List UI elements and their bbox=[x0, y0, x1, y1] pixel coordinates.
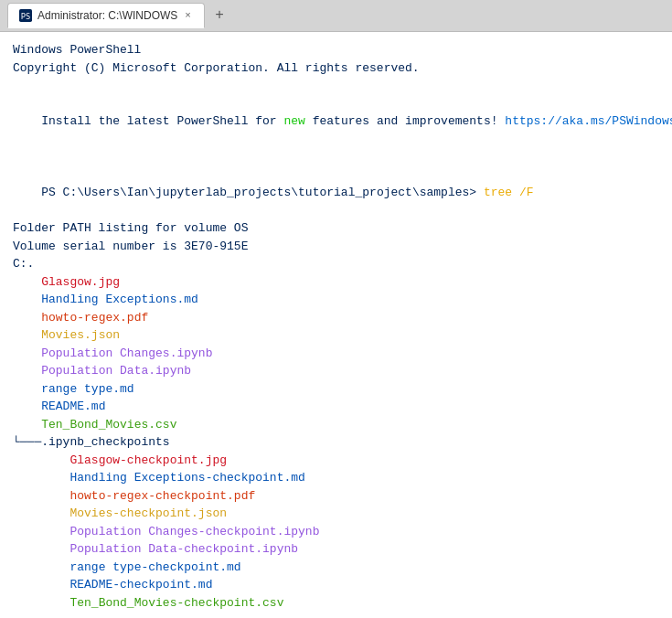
tree-file: Population Changes.ipynb bbox=[13, 345, 659, 363]
tree-file: Glasgow.jpg bbox=[13, 273, 659, 292]
tab-title: Administrator: C:\WINDOWS bbox=[37, 9, 177, 22]
link-text[interactable]: https://aka.ms/PSWindows bbox=[505, 114, 672, 128]
tree-checkpoint-file: Population Data-checkpoint.ipynb bbox=[13, 540, 659, 559]
blank-line1 bbox=[13, 148, 659, 166]
tree-checkpoints-section: └───.ipynb_checkpoints Glasgow-checkpoin… bbox=[13, 433, 659, 612]
output-line3: C:. bbox=[13, 255, 659, 273]
new-text: new bbox=[283, 114, 304, 128]
output-line1: Folder PATH listing for volume OS bbox=[13, 219, 659, 238]
improvements-text: improvements! bbox=[398, 114, 505, 128]
output-line2: Volume serial number is 3E70-915E bbox=[13, 238, 659, 256]
header-line3 bbox=[13, 77, 659, 95]
tree-checkpoint-file: README-checkpoint.md bbox=[13, 576, 659, 594]
blank-line2 bbox=[13, 612, 659, 618]
header-line4: Install the latest PowerShell for new fe… bbox=[13, 95, 659, 149]
tab[interactable]: PS Administrator: C:\WINDOWS × bbox=[7, 3, 205, 28]
tree-checkpoint-file: Glasgow-checkpoint.jpg bbox=[13, 452, 659, 470]
terminal: Windows PowerShell Copyright (C) Microso… bbox=[0, 32, 672, 618]
tree-checkpoint-file: Movies-checkpoint.json bbox=[13, 505, 659, 523]
and-text: and bbox=[377, 114, 398, 128]
new-tab-button[interactable]: + bbox=[207, 3, 232, 28]
tree-file: Ten_Bond_Movies.csv bbox=[13, 416, 659, 434]
header-line2: Copyright (C) Microsoft Corporation. All… bbox=[13, 59, 659, 78]
cmd1-text: tree /F bbox=[484, 186, 534, 199]
checkpoint-folder: └───.ipynb_checkpoints bbox=[13, 433, 659, 452]
tree-file: range type.md bbox=[13, 380, 659, 399]
tree-file: Movies.json bbox=[13, 326, 659, 345]
close-button[interactable]: × bbox=[183, 10, 193, 21]
tree-file: README.md bbox=[13, 398, 659, 416]
tree-checkpoint-file: Handling Exceptions-checkpoint.md bbox=[13, 469, 659, 487]
svg-text:PS: PS bbox=[21, 12, 31, 21]
tree-file: Population Data.ipynb bbox=[13, 362, 659, 380]
header-line1: Windows PowerShell bbox=[13, 41, 659, 59]
install-text: Install the latest PowerShell for bbox=[41, 114, 283, 128]
tree-checkpoint-file: Ten_Bond_Movies-checkpoint.csv bbox=[13, 594, 659, 613]
powershell-icon: PS bbox=[19, 9, 32, 22]
features-text: features bbox=[305, 114, 377, 128]
title-bar: PS Administrator: C:\WINDOWS × + bbox=[0, 0, 672, 32]
tree-checkpoint-file: Population Changes-checkpoint.ipynb bbox=[13, 523, 659, 541]
tree-checkpoint-file: range type-checkpoint.md bbox=[13, 559, 659, 577]
prompt1-text: PS C:\Users\Ian\jupyterlab_projects\tuto… bbox=[41, 186, 484, 199]
prompt-line1: PS C:\Users\Ian\jupyterlab_projects\tuto… bbox=[13, 166, 659, 220]
tree-checkpoint-file: howto-regex-checkpoint.pdf bbox=[13, 487, 659, 506]
tree-root: Glasgow.jpg Handling Exceptions.md howto… bbox=[13, 273, 659, 434]
tree-file: howto-regex.pdf bbox=[13, 309, 659, 327]
tree-file: Handling Exceptions.md bbox=[13, 291, 659, 309]
